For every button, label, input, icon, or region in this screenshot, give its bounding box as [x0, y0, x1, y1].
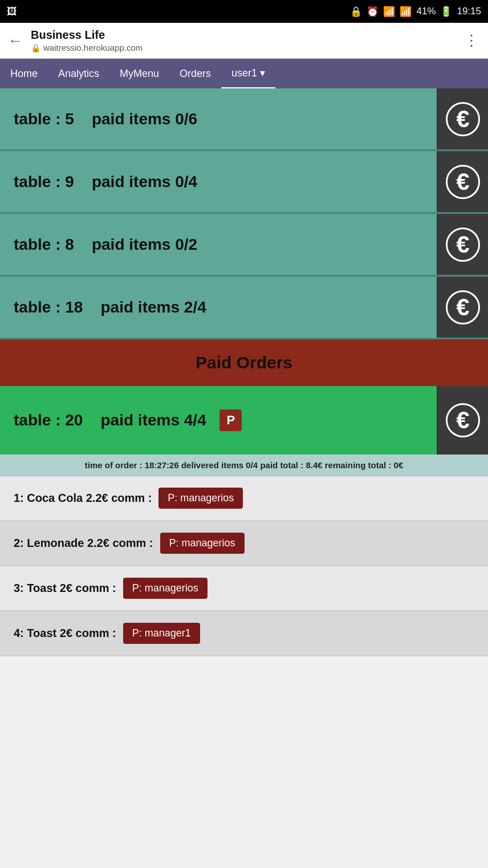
order-remaining-value: 0€: [394, 460, 404, 470]
wifi-icon: 📶: [383, 6, 395, 18]
order-item: 4: Toast 2€ comm : P: manager1: [0, 611, 488, 656]
item-2-text: 2: Lemonade 2.2€ comm :: [14, 537, 153, 550]
table-8-number: 8: [65, 236, 74, 253]
table-label: table :: [14, 173, 65, 190]
order-items-list: 1: Coca Cola 2.2€ comm : P: managerios 2…: [0, 476, 488, 656]
shield-icon: 🔒: [350, 6, 362, 18]
nav-orders[interactable]: Orders: [169, 60, 221, 88]
table-9-label: table : 9 paid items 0/4: [14, 173, 197, 191]
table-5-number: 5: [65, 110, 74, 128]
status-bar: 🖼 🔒 ⏰ 📶 📶 41% 🔋 19:15: [0, 0, 488, 23]
item-4-text: 4: Toast 2€ comm :: [14, 627, 116, 640]
table-label: table :: [14, 110, 65, 128]
table-9-euro-button[interactable]: €: [437, 151, 488, 212]
paid-table-row[interactable]: table : 20 paid items 4/4 P €: [0, 386, 488, 455]
order-item: 2: Lemonade 2.2€ comm : P: managerios: [0, 521, 488, 566]
unpaid-tables-list: table : 5 paid items 0/6 € table : 9 pai…: [0, 88, 488, 339]
paid-orders-section-header: Paid Orders: [0, 339, 488, 386]
table-5-label: table : 5 paid items 0/6: [14, 110, 197, 128]
table-20-number: 20: [65, 411, 83, 429]
euro-icon: €: [446, 290, 480, 325]
battery-percent: 41%: [416, 6, 436, 17]
euro-icon: €: [446, 228, 480, 262]
nav-home[interactable]: Home: [0, 60, 48, 88]
battery-icon: 🔋: [440, 6, 452, 18]
order-item: 3: Toast 2€ comm : P: managerios: [0, 566, 488, 611]
table-5-euro-button[interactable]: €: [437, 88, 488, 149]
order-paid-label: paid total :: [260, 460, 306, 470]
nav-bar: Home Analytics MyMenu Orders user1 ▾: [0, 59, 488, 88]
order-details-bar: time of order : 18:27:26 delivered items…: [0, 455, 488, 476]
order-remaining-label: remaining total :: [325, 460, 394, 470]
table-18-number: 18: [65, 298, 83, 316]
time-display: 19:15: [457, 6, 481, 17]
table-row[interactable]: table : 9 paid items 0/4 €: [0, 151, 488, 214]
item-2-paidby-button[interactable]: P: managerios: [160, 533, 245, 554]
euro-icon: €: [446, 403, 480, 437]
paid-badge: P: [219, 409, 242, 431]
table-label: table :: [14, 411, 65, 429]
order-paid-value: 8.4€: [306, 460, 322, 470]
nav-user[interactable]: user1 ▾: [221, 59, 275, 88]
alarm-icon: ⏰: [367, 6, 379, 18]
item-3-paidby-button[interactable]: P: managerios: [123, 578, 208, 599]
photo-icon: 🖼: [7, 6, 17, 18]
item-1-text: 1: Coca Cola 2.2€ comm :: [14, 492, 152, 505]
table-20-label: table : 20 paid items 4/4: [14, 411, 210, 429]
url-text: waitressio.herokuapp.com: [43, 43, 143, 52]
order-delivered-value: 0/4: [246, 460, 258, 470]
browser-bar: ← Business Life 🔒 waitressio.herokuapp.c…: [0, 23, 488, 59]
item-4-paidby-button[interactable]: P: manager1: [123, 623, 200, 644]
table-8-label: table : 8 paid items 0/2: [14, 236, 197, 254]
table-row[interactable]: table : 8 paid items 0/2 €: [0, 214, 488, 277]
table-9-paid: paid items 0/4: [92, 173, 197, 190]
order-time-label: time of order :: [85, 460, 145, 470]
item-3-text: 3: Toast 2€ comm :: [14, 582, 116, 595]
paid-orders-title: Paid Orders: [196, 353, 292, 372]
table-label: table :: [14, 236, 65, 253]
more-button[interactable]: ⋮: [464, 32, 480, 50]
table-label: table :: [14, 298, 65, 316]
order-item: 1: Coca Cola 2.2€ comm : P: managerios: [0, 476, 488, 521]
signal-icon: 📶: [400, 6, 412, 18]
table-8-paid: paid items 0/2: [92, 236, 197, 253]
page-title: Business Life: [31, 29, 464, 42]
table-18-paid: paid items 2/4: [101, 298, 206, 316]
table-18-euro-button[interactable]: €: [437, 277, 488, 338]
euro-icon: €: [446, 102, 480, 136]
table-8-euro-button[interactable]: €: [437, 214, 488, 275]
table-row[interactable]: table : 18 paid items 2/4 €: [0, 277, 488, 339]
table-18-label: table : 18 paid items 2/4: [14, 298, 206, 317]
table-row[interactable]: table : 5 paid items 0/6 €: [0, 88, 488, 151]
euro-icon: €: [446, 165, 480, 199]
order-time-value: 18:27:26: [145, 460, 179, 470]
order-delivered-label: delivered items: [181, 460, 246, 470]
item-1-paidby-button[interactable]: P: managerios: [158, 488, 243, 509]
table-20-paid: paid items 4/4: [101, 411, 206, 429]
lock-icon: 🔒: [31, 43, 40, 52]
table-20-euro-button[interactable]: €: [437, 386, 488, 455]
table-9-number: 9: [65, 173, 74, 190]
nav-analytics[interactable]: Analytics: [48, 60, 109, 88]
table-5-paid: paid items 0/6: [92, 110, 197, 128]
nav-mymenu[interactable]: MyMenu: [109, 60, 169, 88]
back-button[interactable]: ←: [8, 32, 23, 50]
